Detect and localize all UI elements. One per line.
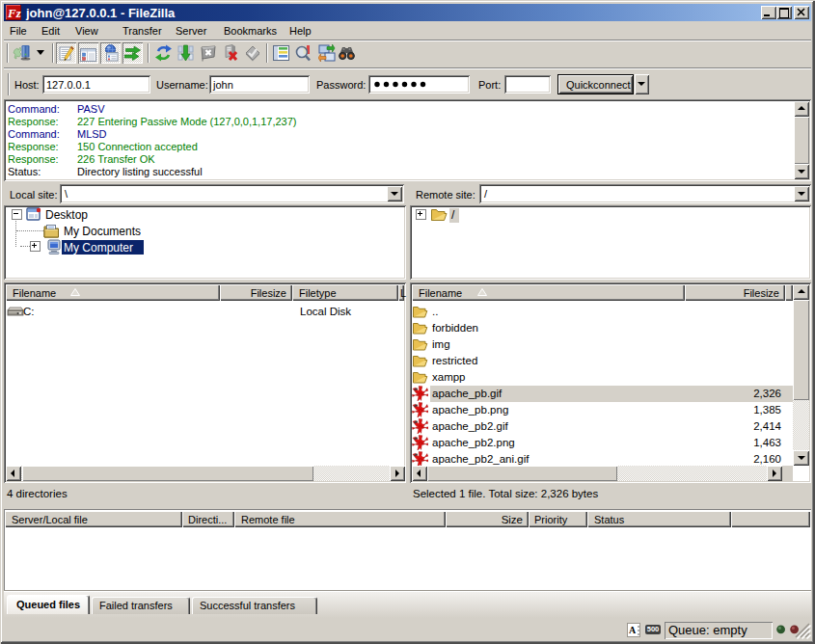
svg-text:Fz: Fz bbox=[7, 6, 21, 20]
